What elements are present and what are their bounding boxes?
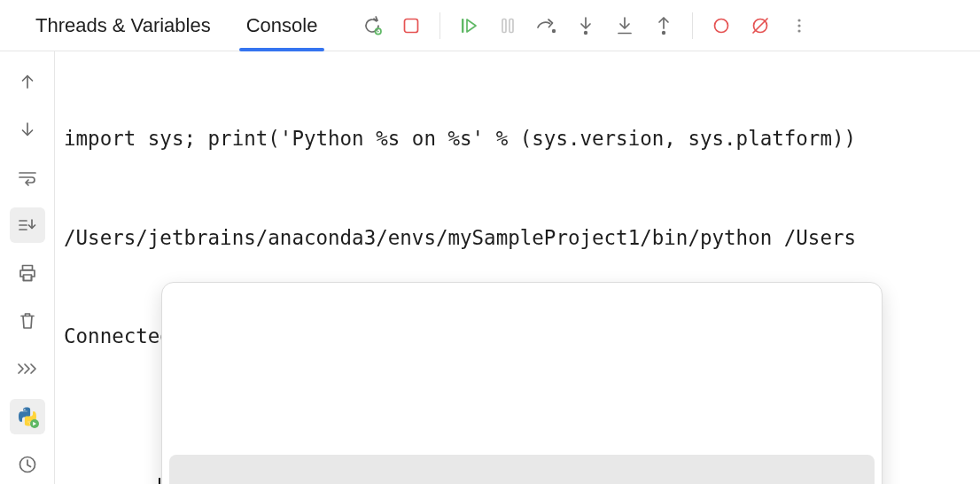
history-icon <box>17 454 38 475</box>
toolbar-divider <box>692 12 693 39</box>
tab-label: Console <box>246 14 318 37</box>
step-over-button[interactable] <box>531 10 563 42</box>
console-line: import sys; print('Python %s on %s' % (s… <box>64 122 971 155</box>
tab-threads-variables[interactable]: Threads & Variables <box>18 0 229 51</box>
pause-button[interactable] <box>492 10 524 42</box>
prompt-marker: >>> <box>64 475 100 485</box>
console-gutter-toolbar <box>0 51 55 484</box>
prompt-icon <box>16 362 39 376</box>
svg-rect-15 <box>23 275 31 281</box>
mute-breakpoints-icon <box>750 15 771 36</box>
console-input[interactable]: pr <box>100 475 160 485</box>
svg-point-12 <box>798 24 801 27</box>
stop-icon <box>401 16 421 35</box>
step-out-icon <box>654 15 673 36</box>
arrow-up-icon <box>18 72 37 91</box>
step-into-my-code-button[interactable] <box>609 10 641 42</box>
run-toolbar <box>347 10 815 42</box>
resume-icon <box>458 15 479 36</box>
show-variables-button[interactable] <box>10 351 45 386</box>
svg-rect-14 <box>22 266 32 270</box>
resume-button[interactable] <box>453 10 485 42</box>
svg-point-7 <box>662 30 665 34</box>
tab-label: Threads & Variables <box>35 14 211 37</box>
scroll-to-end-icon <box>17 216 38 234</box>
soft-wrap-icon <box>17 168 38 186</box>
rerun-icon <box>362 15 383 36</box>
step-into-icon <box>576 15 595 36</box>
history-button[interactable] <box>10 447 45 482</box>
code-completion-popup: f print(values, sep, end, file, flush) b… <box>161 282 883 484</box>
toolbar-divider <box>439 12 440 39</box>
svg-rect-3 <box>502 19 506 32</box>
breakpoints-icon <box>712 16 731 35</box>
step-into-button[interactable] <box>570 10 602 42</box>
more-actions-button[interactable] <box>783 10 815 42</box>
svg-rect-1 <box>405 19 418 32</box>
text-caret <box>159 478 160 485</box>
svg-point-11 <box>798 19 801 21</box>
svg-point-5 <box>552 28 556 32</box>
mute-breakpoints-button[interactable] <box>744 10 776 42</box>
svg-point-13 <box>798 29 801 32</box>
scroll-up-button[interactable] <box>10 64 45 99</box>
clear-all-button[interactable] <box>10 303 45 339</box>
rerun-button[interactable] <box>356 10 388 42</box>
debugger-tabs: Threads & Variables Console <box>18 0 335 51</box>
console-line: /Users/jetbrains/anaconda3/envs/mySample… <box>64 222 971 254</box>
completion-item[interactable]: f print(values, sep, end, file, flush) b… <box>169 455 875 484</box>
python-icon <box>16 405 39 428</box>
svg-rect-4 <box>509 19 513 32</box>
svg-point-8 <box>715 19 728 32</box>
soft-wrap-button[interactable] <box>10 160 45 195</box>
svg-point-6 <box>584 30 587 34</box>
view-breakpoints-button[interactable] <box>705 10 737 42</box>
scroll-to-end-button[interactable] <box>10 207 45 243</box>
step-into-my-code-icon <box>615 15 634 36</box>
print-icon <box>17 263 38 283</box>
stop-button[interactable] <box>395 10 427 42</box>
step-over-icon <box>535 16 558 35</box>
debugger-toolbar: Threads & Variables Console <box>0 0 980 51</box>
tab-console[interactable]: Console <box>229 0 336 51</box>
completion-list: f print(values, sep, end, file, flush) b… <box>162 348 882 484</box>
trash-icon <box>18 310 37 332</box>
console-body: import sys; print('Python %s on %s' % (s… <box>0 51 980 484</box>
print-button[interactable] <box>10 255 45 291</box>
scroll-down-button[interactable] <box>10 112 45 147</box>
arrow-down-icon <box>18 120 37 139</box>
completion-text: print(values, sep, end, file, flush) <box>219 461 795 484</box>
step-out-button[interactable] <box>648 10 680 42</box>
python-console-button[interactable] <box>10 399 45 434</box>
pause-icon <box>498 16 517 35</box>
more-vertical-icon <box>790 17 808 35</box>
svg-rect-2 <box>462 19 463 33</box>
console-output[interactable]: import sys; print('Python %s on %s' % (s… <box>55 51 980 484</box>
